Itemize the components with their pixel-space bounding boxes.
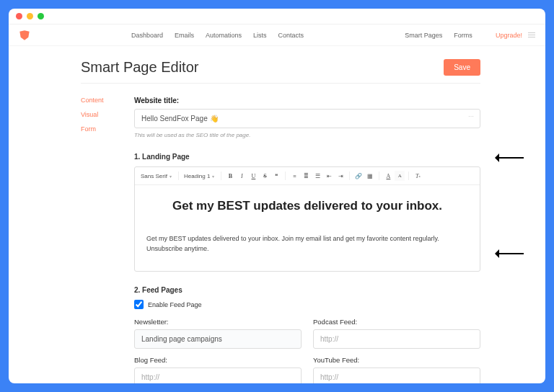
- nav-lists[interactable]: Lists: [253, 32, 267, 39]
- nav-contacts[interactable]: Contacts: [278, 32, 304, 39]
- font-select[interactable]: Sans Serif▾: [139, 173, 175, 179]
- main-content: Smart Page Editor Save Content Visual Fo…: [9, 46, 545, 383]
- nav-forms[interactable]: Forms: [454, 32, 472, 39]
- youtube-label: YouTube Feed:: [313, 356, 480, 364]
- enable-feed-label: Enable Feed Page: [148, 301, 202, 308]
- link-button[interactable]: 🔗: [353, 171, 364, 181]
- image-button[interactable]: ▦: [365, 171, 375, 181]
- feeds-grid: Newsletter: Podcast Feed: Blog Feed: You…: [134, 318, 480, 383]
- website-title-input[interactable]: [134, 109, 480, 128]
- editor-toolbar: Sans Serif▾ Heading 1▾ B I U S ❝ ≡ ≣ ☰ ⇤: [135, 167, 480, 185]
- underline-button[interactable]: U: [248, 171, 258, 181]
- outdent-button[interactable]: ⇥: [335, 171, 346, 181]
- titlebar: [9, 9, 545, 24]
- nav-dashboard[interactable]: Dashboard: [131, 32, 163, 39]
- strike-button[interactable]: S: [260, 171, 270, 181]
- unordered-list-button[interactable]: ☰: [312, 171, 322, 181]
- text-color-button[interactable]: A: [383, 171, 393, 181]
- enable-feed-checkbox[interactable]: [134, 300, 144, 309]
- app-window: Dashboard Emails Automations Lists Conta…: [9, 9, 545, 383]
- nav-automations[interactable]: Automations: [206, 32, 242, 39]
- main-nav: Dashboard Emails Automations Lists Conta…: [131, 32, 304, 39]
- drag-handle-icon[interactable]: ⋯: [468, 113, 475, 120]
- save-button[interactable]: Save: [444, 59, 480, 76]
- bold-button[interactable]: B: [225, 171, 235, 181]
- page-header: Smart Page Editor Save: [81, 59, 480, 84]
- tab-visual[interactable]: Visual: [81, 111, 117, 118]
- secondary-nav: Smart Pages Forms: [405, 32, 472, 39]
- editor-content: Website title: ⋯ This will be used as th…: [134, 97, 480, 383]
- maximize-icon[interactable]: [38, 13, 44, 19]
- menu-icon[interactable]: [528, 32, 535, 37]
- tab-form[interactable]: Form: [81, 125, 117, 133]
- editor-body[interactable]: Get my BEST updates delivered to your in…: [135, 185, 480, 271]
- youtube-input[interactable]: [313, 368, 480, 383]
- indent-button[interactable]: ⇤: [324, 171, 334, 181]
- feed-section-heading: 2. Feed Pages: [134, 286, 480, 294]
- logo-icon: [19, 30, 30, 41]
- enable-feed-row[interactable]: Enable Feed Page: [134, 300, 480, 309]
- topbar: Dashboard Emails Automations Lists Conta…: [9, 24, 545, 46]
- landing-section-heading: 1. Landing Page: [134, 153, 480, 161]
- close-icon[interactable]: [16, 13, 22, 19]
- editor-paragraph[interactable]: Get my BEST updates delivered to your in…: [146, 234, 468, 254]
- italic-button[interactable]: I: [237, 171, 247, 181]
- website-title-label: Website title:: [134, 97, 480, 104]
- blog-input[interactable]: [134, 368, 302, 383]
- newsletter-label: Newsletter:: [134, 318, 302, 326]
- editor-tabs: Content Visual Form: [81, 97, 117, 383]
- bg-color-button[interactable]: A: [395, 171, 405, 181]
- chevron-down-icon: ▾: [170, 174, 172, 179]
- minimize-icon[interactable]: [27, 13, 33, 19]
- nav-emails[interactable]: Emails: [175, 32, 194, 39]
- align-left-button[interactable]: ≡: [289, 171, 299, 181]
- tab-content[interactable]: Content: [81, 97, 117, 104]
- page-title: Smart Page Editor: [81, 59, 198, 76]
- style-select[interactable]: Heading 1▾: [183, 173, 217, 179]
- blog-label: Blog Feed:: [134, 356, 302, 364]
- quote-button[interactable]: ❝: [271, 171, 281, 181]
- podcast-label: Podcast Feed:: [313, 318, 480, 326]
- ordered-list-button[interactable]: ≣: [301, 171, 311, 181]
- podcast-input[interactable]: [313, 329, 480, 349]
- clear-format-button[interactable]: Tx: [413, 171, 423, 181]
- annotation-arrow-icon: [491, 153, 524, 162]
- editor-headline[interactable]: Get my BEST updates delivered to your in…: [146, 198, 468, 214]
- nav-smartpages[interactable]: Smart Pages: [405, 32, 442, 39]
- upgrade-link[interactable]: Upgrade!: [496, 32, 522, 39]
- annotation-arrow-icon: [491, 249, 524, 258]
- website-title-hint: This will be used as the SEO title of th…: [134, 132, 480, 138]
- newsletter-select[interactable]: [134, 329, 302, 349]
- rich-text-editor: Sans Serif▾ Heading 1▾ B I U S ❝ ≡ ≣ ☰ ⇤: [134, 166, 480, 272]
- chevron-down-icon: ▾: [212, 174, 214, 179]
